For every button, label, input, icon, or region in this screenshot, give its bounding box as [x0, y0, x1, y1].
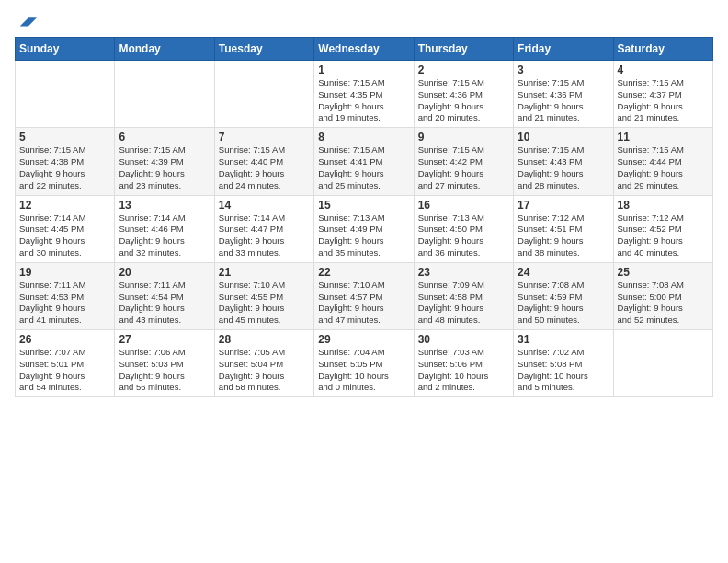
calendar-day-cell: 12Sunrise: 7:14 AM Sunset: 4:45 PM Dayli… [16, 195, 115, 262]
day-info: Sunrise: 7:15 AM Sunset: 4:44 PM Dayligh… [618, 144, 709, 191]
day-number: 19 [19, 266, 110, 279]
day-number: 7 [219, 131, 310, 144]
day-number: 17 [518, 199, 609, 212]
calendar-day-cell: 2Sunrise: 7:15 AM Sunset: 4:36 PM Daylig… [414, 61, 513, 128]
day-number: 2 [418, 63, 509, 76]
day-info: Sunrise: 7:09 AM Sunset: 4:58 PM Dayligh… [418, 280, 509, 327]
day-number: 27 [119, 333, 210, 346]
day-info: Sunrise: 7:11 AM Sunset: 4:53 PM Dayligh… [19, 280, 110, 327]
day-of-week-header: Wednesday [314, 38, 414, 61]
day-info: Sunrise: 7:15 AM Sunset: 4:37 PM Dayligh… [618, 77, 709, 124]
calendar-day-cell: 24Sunrise: 7:08 AM Sunset: 4:59 PM Dayli… [514, 262, 613, 329]
svg-marker-0 [20, 17, 37, 26]
day-info: Sunrise: 7:04 AM Sunset: 5:05 PM Dayligh… [318, 347, 409, 394]
day-number: 18 [618, 199, 709, 212]
calendar-day-cell: 25Sunrise: 7:08 AM Sunset: 5:00 PM Dayli… [613, 262, 712, 329]
day-number: 22 [318, 266, 409, 279]
day-number: 29 [318, 333, 409, 346]
calendar-day-cell: 11Sunrise: 7:15 AM Sunset: 4:44 PM Dayli… [613, 128, 712, 195]
logo-icon [17, 11, 37, 31]
day-info: Sunrise: 7:07 AM Sunset: 5:01 PM Dayligh… [19, 347, 110, 394]
day-info: Sunrise: 7:15 AM Sunset: 4:36 PM Dayligh… [518, 77, 609, 124]
day-info: Sunrise: 7:15 AM Sunset: 4:35 PM Dayligh… [318, 77, 409, 124]
day-info: Sunrise: 7:03 AM Sunset: 5:06 PM Dayligh… [418, 347, 509, 394]
day-info: Sunrise: 7:14 AM Sunset: 4:46 PM Dayligh… [119, 213, 210, 259]
day-number: 8 [318, 131, 409, 144]
day-number: 28 [219, 333, 310, 346]
day-info: Sunrise: 7:14 AM Sunset: 4:47 PM Dayligh… [219, 213, 310, 259]
calendar-week-row: 5Sunrise: 7:15 AM Sunset: 4:38 PM Daylig… [16, 128, 713, 195]
day-number: 26 [19, 333, 110, 346]
calendar-day-cell: 15Sunrise: 7:13 AM Sunset: 4:49 PM Dayli… [314, 195, 414, 262]
calendar-day-cell: 27Sunrise: 7:06 AM Sunset: 5:03 PM Dayli… [115, 330, 214, 397]
day-info: Sunrise: 7:06 AM Sunset: 5:03 PM Dayligh… [119, 347, 210, 394]
calendar-day-cell: 3Sunrise: 7:15 AM Sunset: 4:36 PM Daylig… [514, 61, 613, 128]
calendar-day-cell: 16Sunrise: 7:13 AM Sunset: 4:50 PM Dayli… [414, 195, 513, 262]
day-of-week-header: Tuesday [214, 38, 313, 61]
logo [15, 11, 37, 28]
day-info: Sunrise: 7:15 AM Sunset: 4:39 PM Dayligh… [119, 144, 210, 191]
calendar: SundayMondayTuesdayWednesdayThursdayFrid… [15, 37, 713, 397]
calendar-day-cell: 28Sunrise: 7:05 AM Sunset: 5:04 PM Dayli… [214, 330, 313, 397]
day-of-week-header: Monday [115, 38, 214, 61]
calendar-day-cell: 8Sunrise: 7:15 AM Sunset: 4:41 PM Daylig… [314, 128, 414, 195]
calendar-day-cell: 5Sunrise: 7:15 AM Sunset: 4:38 PM Daylig… [16, 128, 115, 195]
day-of-week-header: Sunday [16, 38, 115, 61]
day-info: Sunrise: 7:02 AM Sunset: 5:08 PM Dayligh… [518, 347, 609, 394]
calendar-day-cell: 30Sunrise: 7:03 AM Sunset: 5:06 PM Dayli… [414, 330, 513, 397]
day-number: 14 [219, 199, 310, 212]
day-info: Sunrise: 7:15 AM Sunset: 4:38 PM Dayligh… [19, 144, 110, 191]
calendar-day-cell: 21Sunrise: 7:10 AM Sunset: 4:55 PM Dayli… [214, 262, 313, 329]
day-info: Sunrise: 7:11 AM Sunset: 4:54 PM Dayligh… [119, 280, 210, 327]
day-number: 11 [618, 131, 709, 144]
day-info: Sunrise: 7:10 AM Sunset: 4:57 PM Dayligh… [318, 280, 409, 327]
calendar-day-cell: 6Sunrise: 7:15 AM Sunset: 4:39 PM Daylig… [115, 128, 214, 195]
day-info: Sunrise: 7:10 AM Sunset: 4:55 PM Dayligh… [219, 280, 310, 327]
day-info: Sunrise: 7:15 AM Sunset: 4:41 PM Dayligh… [318, 144, 409, 191]
day-info: Sunrise: 7:05 AM Sunset: 5:04 PM Dayligh… [219, 347, 310, 394]
calendar-week-row: 12Sunrise: 7:14 AM Sunset: 4:45 PM Dayli… [16, 195, 713, 262]
calendar-day-cell: 31Sunrise: 7:02 AM Sunset: 5:08 PM Dayli… [514, 330, 613, 397]
day-number: 4 [618, 63, 709, 76]
day-info: Sunrise: 7:15 AM Sunset: 4:40 PM Dayligh… [219, 144, 310, 191]
day-number: 12 [19, 199, 110, 212]
day-info: Sunrise: 7:15 AM Sunset: 4:36 PM Dayligh… [418, 77, 509, 124]
calendar-week-row: 19Sunrise: 7:11 AM Sunset: 4:53 PM Dayli… [16, 262, 713, 329]
calendar-day-cell: 22Sunrise: 7:10 AM Sunset: 4:57 PM Dayli… [314, 262, 414, 329]
day-number: 15 [318, 199, 409, 212]
day-number: 13 [119, 199, 210, 212]
day-info: Sunrise: 7:12 AM Sunset: 4:51 PM Dayligh… [518, 213, 609, 259]
calendar-day-cell [115, 61, 214, 128]
day-of-week-header: Saturday [613, 38, 712, 61]
calendar-day-cell: 17Sunrise: 7:12 AM Sunset: 4:51 PM Dayli… [514, 195, 613, 262]
day-of-week-header: Friday [514, 38, 613, 61]
header [15, 11, 713, 28]
calendar-day-cell: 20Sunrise: 7:11 AM Sunset: 4:54 PM Dayli… [115, 262, 214, 329]
calendar-day-cell [613, 330, 712, 397]
day-info: Sunrise: 7:08 AM Sunset: 5:00 PM Dayligh… [618, 280, 709, 327]
calendar-header-row: SundayMondayTuesdayWednesdayThursdayFrid… [16, 38, 713, 61]
day-number: 10 [518, 131, 609, 144]
calendar-day-cell: 14Sunrise: 7:14 AM Sunset: 4:47 PM Dayli… [214, 195, 313, 262]
day-number: 23 [418, 266, 509, 279]
calendar-day-cell: 19Sunrise: 7:11 AM Sunset: 4:53 PM Dayli… [16, 262, 115, 329]
day-number: 16 [418, 199, 509, 212]
day-number: 9 [418, 131, 509, 144]
day-info: Sunrise: 7:14 AM Sunset: 4:45 PM Dayligh… [19, 213, 110, 259]
day-info: Sunrise: 7:15 AM Sunset: 4:42 PM Dayligh… [418, 144, 509, 191]
calendar-day-cell: 7Sunrise: 7:15 AM Sunset: 4:40 PM Daylig… [214, 128, 313, 195]
day-number: 24 [518, 266, 609, 279]
day-number: 30 [418, 333, 509, 346]
calendar-day-cell: 4Sunrise: 7:15 AM Sunset: 4:37 PM Daylig… [613, 61, 712, 128]
calendar-day-cell: 29Sunrise: 7:04 AM Sunset: 5:05 PM Dayli… [314, 330, 414, 397]
day-info: Sunrise: 7:12 AM Sunset: 4:52 PM Dayligh… [618, 213, 709, 259]
calendar-day-cell: 9Sunrise: 7:15 AM Sunset: 4:42 PM Daylig… [414, 128, 513, 195]
day-info: Sunrise: 7:15 AM Sunset: 4:43 PM Dayligh… [518, 144, 609, 191]
day-number: 31 [518, 333, 609, 346]
day-number: 5 [19, 131, 110, 144]
day-number: 3 [518, 63, 609, 76]
day-info: Sunrise: 7:13 AM Sunset: 4:49 PM Dayligh… [318, 213, 409, 259]
calendar-week-row: 1Sunrise: 7:15 AM Sunset: 4:35 PM Daylig… [16, 61, 713, 128]
day-number: 20 [119, 266, 210, 279]
day-info: Sunrise: 7:08 AM Sunset: 4:59 PM Dayligh… [518, 280, 609, 327]
